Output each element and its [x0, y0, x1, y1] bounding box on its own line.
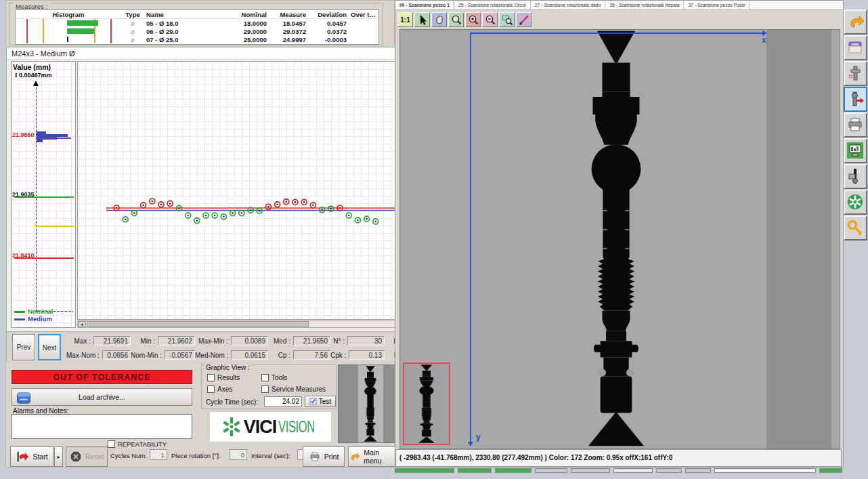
tab-scan-2[interactable]: 27 - Scansione rotazionale dado	[531, 1, 606, 9]
table-row[interactable]: ⌀05 - Ø 18.018.000018.04570.0457	[16, 19, 378, 27]
data-point-center	[241, 212, 243, 214]
logo-vision-text: VISION	[278, 418, 315, 436]
col-deviation: Deviation	[308, 11, 349, 18]
zoom-window-button[interactable]	[499, 12, 515, 27]
archive-icon	[16, 391, 32, 405]
checkbox-icon[interactable]	[261, 374, 269, 381]
overview-thumbnail[interactable]	[403, 362, 450, 445]
part-silhouette-overview	[412, 365, 441, 443]
canvas-dark-band	[766, 30, 831, 449]
taskbar-segment[interactable]	[819, 468, 842, 473]
table-row[interactable]: ⌀06 - Ø 29.029.000029.03720.0372	[16, 27, 378, 35]
part-canvas[interactable]: x y	[399, 29, 840, 449]
taskbar-segment[interactable]	[714, 468, 816, 473]
col-nominal: Nominal	[228, 11, 269, 18]
vici-about-button[interactable]	[844, 190, 867, 215]
taskbar-segment[interactable]	[613, 468, 653, 473]
tolerance-mark	[43, 35, 44, 43]
save-archive-button[interactable]	[844, 35, 867, 60]
part-program-button[interactable]	[844, 61, 867, 86]
data-point-center	[259, 210, 261, 212]
license-key-button[interactable]	[844, 215, 867, 241]
next-button[interactable]: Next	[38, 334, 61, 360]
reset-label: Reset	[85, 453, 104, 461]
taskbar-segment[interactable]	[656, 468, 682, 473]
type-icon: ⌀	[121, 36, 144, 43]
stat-value: 7.56	[293, 350, 330, 360]
scroll-left-icon[interactable]: ◄	[78, 321, 86, 327]
reset-button[interactable]: Reset	[66, 446, 108, 467]
taskbar-segment[interactable]	[571, 468, 610, 473]
part-program-icon	[846, 64, 865, 83]
graphic-view-checkbox[interactable]: Tools	[261, 374, 287, 381]
start-button[interactable]: Start	[10, 446, 53, 467]
load-archive-button[interactable]: Load archive...	[12, 388, 192, 406]
checkbox-icon[interactable]	[207, 374, 215, 381]
measure-line-button[interactable]	[516, 12, 531, 27]
test-button[interactable]: Test	[305, 396, 336, 407]
results-view-button[interactable]	[844, 138, 867, 163]
vici-about-icon	[846, 193, 865, 211]
stat-value: 0.0615	[231, 350, 268, 360]
graphic-view-checkbox[interactable]: Axes	[207, 386, 232, 393]
cycle-time-label: Cycle Time (sec):	[206, 398, 258, 406]
taskbar-segment[interactable]	[395, 468, 454, 473]
screen: { "measures_panel": { "title": "Measures…	[0, 0, 868, 479]
pan-hand-button[interactable]	[431, 12, 447, 27]
right-sidebar	[844, 9, 868, 241]
zoom-out-button[interactable]	[482, 12, 498, 27]
stat-value: 21.9691	[93, 336, 131, 346]
print-report-button[interactable]	[844, 112, 867, 138]
rotation-field[interactable]: 0	[230, 449, 247, 460]
tolerance-mark	[110, 35, 112, 43]
cycles-field[interactable]: 1	[150, 449, 167, 460]
graphic-view-checkbox[interactable]: Results	[207, 374, 240, 381]
scrollbar-thumb[interactable]	[87, 321, 309, 327]
stat-field: Med :21.9650	[268, 335, 330, 346]
fixture-setup-button[interactable]	[844, 164, 867, 189]
main-menu-icon	[349, 451, 360, 463]
deviation-cell: 0.0372	[308, 28, 349, 35]
zoom-button[interactable]	[448, 12, 464, 27]
print-button[interactable]: Print	[303, 446, 345, 467]
main-menu-icon	[846, 13, 865, 31]
table-row[interactable]: ⌀07 - Ø 25.025.000024.9997-0.0003	[16, 35, 378, 43]
taskbar-segment[interactable]	[495, 468, 531, 473]
stat-value: 0.0656	[102, 350, 131, 360]
tab-scan-4[interactable]: 37 - Scansione pezzo Posiz	[684, 1, 750, 9]
actual-size-button[interactable]: 1:1	[397, 12, 413, 27]
data-point-center	[295, 201, 297, 203]
checkbox-icon[interactable]	[261, 386, 269, 393]
data-point-center	[303, 201, 305, 203]
tolerance-status-banner: OUT OF TOLERANCE	[12, 370, 192, 384]
data-point-center	[133, 212, 135, 214]
medium-line	[36, 138, 71, 139]
select-cursor-button[interactable]	[414, 12, 430, 27]
graphic-view-checkbox[interactable]: Service Measures	[261, 386, 326, 393]
zoom-in-button[interactable]	[465, 12, 481, 27]
taskbar-segment[interactable]	[535, 468, 567, 473]
checkbox-icon[interactable]	[108, 440, 115, 448]
cycle-time-field[interactable]: 24.02	[264, 396, 302, 407]
checkbox-icon[interactable]	[207, 386, 215, 393]
main-menu-button[interactable]: Main menu	[348, 446, 398, 467]
tab-scan-3[interactable]: 35 - Scansione rotazionale fresata	[605, 1, 684, 9]
stat-label: Max-Min :	[195, 337, 231, 345]
taskbar-segment[interactable]	[685, 468, 711, 473]
tab-scan-1[interactable]: 25 - Scansione rotazionale Circol	[454, 1, 531, 9]
start-options-button[interactable]: ▸	[54, 446, 63, 467]
data-point-center	[214, 215, 216, 217]
checkbox-label: Axes	[217, 386, 232, 393]
main-menu-button[interactable]	[844, 9, 867, 35]
stat-label: Max-Nom :	[66, 352, 102, 359]
alarms-textarea[interactable]	[12, 414, 192, 439]
part-silhouette-main	[562, 30, 670, 447]
measures-table-body: ⌀05 - Ø 18.018.000018.04570.0457⌀06 - Ø …	[16, 19, 378, 43]
prev-button[interactable]: Prev	[12, 334, 35, 360]
part-measure-button[interactable]	[844, 87, 867, 112]
taskbar-segment[interactable]	[458, 468, 492, 473]
repeatability-checkbox[interactable]: REPEATABILITY	[108, 440, 167, 448]
measures-table[interactable]: Histogram Type Name Nominal Measure Devi…	[15, 9, 379, 45]
part-silhouette-small	[358, 366, 383, 442]
tab-scan-0[interactable]: 00 - Scansione pezzo 1	[395, 1, 454, 9]
